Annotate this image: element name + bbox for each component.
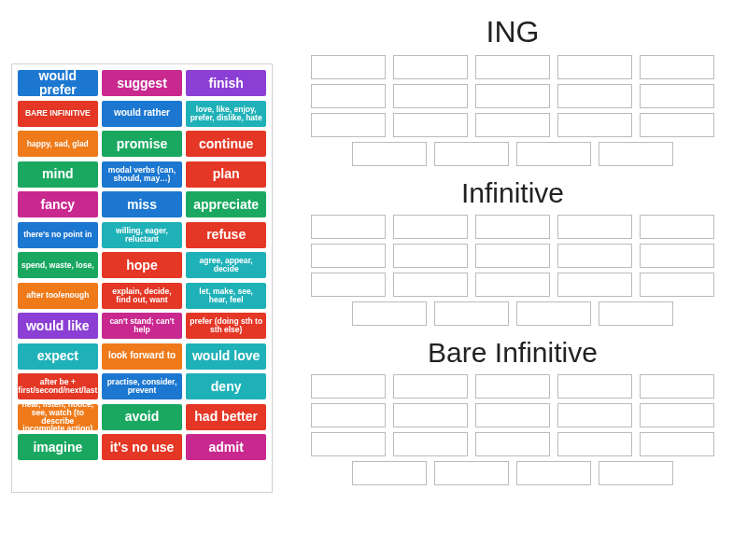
card[interactable]: had better xyxy=(186,404,266,430)
drop-slot[interactable] xyxy=(311,403,386,427)
card[interactable]: fancy xyxy=(18,191,98,217)
drop-slot[interactable] xyxy=(599,142,673,166)
card[interactable]: can't stand; can't help xyxy=(102,313,182,339)
drop-slot[interactable] xyxy=(557,403,632,427)
drop-slot[interactable] xyxy=(352,142,427,166)
card[interactable]: love, like, enjoy, prefer, dislike, hate xyxy=(186,101,266,127)
card[interactable]: mind xyxy=(18,161,98,188)
drop-slot[interactable] xyxy=(475,113,550,137)
card[interactable]: appreciate xyxy=(186,191,266,217)
card[interactable]: let, make, see, hear, feel xyxy=(186,283,266,309)
card[interactable]: spend, waste, lose, xyxy=(18,252,98,278)
drop-slot[interactable] xyxy=(640,403,714,427)
drop-slot[interactable] xyxy=(352,301,427,326)
drop-slot[interactable] xyxy=(557,244,632,268)
card[interactable]: suggest xyxy=(102,70,182,96)
drop-slot[interactable] xyxy=(475,432,550,456)
drop-slot[interactable] xyxy=(311,244,386,268)
drop-slot[interactable] xyxy=(557,55,632,79)
drop-slot[interactable] xyxy=(311,273,386,297)
drop-slot[interactable] xyxy=(557,374,632,399)
card[interactable]: admit xyxy=(186,434,266,460)
drop-slot[interactable] xyxy=(640,215,714,239)
drop-slot[interactable] xyxy=(434,301,509,326)
drop-slot[interactable] xyxy=(557,273,632,297)
drop-slot[interactable] xyxy=(640,113,714,137)
card[interactable]: after be + first/second/next/last xyxy=(18,373,98,399)
card[interactable]: continue xyxy=(186,131,266,157)
drop-slot[interactable] xyxy=(475,403,550,427)
card[interactable]: finish xyxy=(186,70,266,96)
drop-slot[interactable] xyxy=(640,374,714,399)
drop-slot[interactable] xyxy=(393,403,468,427)
card[interactable]: modal verbs (can, should, may…) xyxy=(102,161,182,188)
drop-slot[interactable] xyxy=(475,55,550,79)
card[interactable]: would rather xyxy=(102,101,182,127)
drop-slot[interactable] xyxy=(393,113,468,137)
drop-slot[interactable] xyxy=(557,432,632,456)
card[interactable]: agree, appear, decide xyxy=(186,252,266,278)
drop-slot[interactable] xyxy=(475,374,550,399)
drop-slot[interactable] xyxy=(640,84,714,108)
drop-slot[interactable] xyxy=(311,84,386,108)
drop-slot[interactable] xyxy=(311,432,386,456)
drop-slot[interactable] xyxy=(352,461,427,485)
card[interactable]: hear, listen, notice, see, watch (to des… xyxy=(18,404,98,430)
drop-slot[interactable] xyxy=(393,432,468,456)
drop-slot[interactable] xyxy=(557,113,632,137)
drop-slot[interactable] xyxy=(640,244,714,268)
drop-slot[interactable] xyxy=(599,301,673,326)
drop-slot[interactable] xyxy=(311,113,386,137)
card[interactable]: happy, sad, glad xyxy=(18,131,98,157)
drop-slot[interactable] xyxy=(475,273,550,297)
card[interactable]: miss xyxy=(102,191,182,217)
card[interactable]: deny xyxy=(186,373,266,399)
card[interactable]: it's no use xyxy=(102,434,182,460)
card[interactable]: willing, eager, reluctant xyxy=(102,222,182,248)
drop-slot[interactable] xyxy=(557,84,632,108)
drop-slot[interactable] xyxy=(516,461,591,485)
drop-slot[interactable] xyxy=(393,244,468,268)
card[interactable]: would prefer xyxy=(18,70,98,96)
drop-area: INGInfinitiveBare Infinitive xyxy=(289,19,736,493)
drop-slot[interactable] xyxy=(311,374,386,399)
card[interactable]: look forward to xyxy=(102,343,182,370)
drop-slot[interactable] xyxy=(311,55,386,79)
card[interactable]: avoid xyxy=(102,404,182,430)
card[interactable]: promise xyxy=(102,131,182,157)
drop-slot[interactable] xyxy=(516,301,591,326)
drop-slot[interactable] xyxy=(434,142,509,166)
drop-slot[interactable] xyxy=(311,215,386,239)
card[interactable]: hope xyxy=(102,252,182,278)
card[interactable]: explain, decide, find out, want xyxy=(102,283,182,309)
drop-slot[interactable] xyxy=(393,215,468,239)
drop-slot[interactable] xyxy=(393,374,468,399)
drop-slot[interactable] xyxy=(393,55,468,79)
group-title: ING xyxy=(289,15,736,49)
card[interactable]: prefer (doing sth to sth else) xyxy=(186,313,266,339)
drop-slot[interactable] xyxy=(393,273,468,297)
card[interactable]: would like xyxy=(18,313,98,339)
card[interactable]: practise, consider, prevent xyxy=(102,373,182,399)
drop-slot[interactable] xyxy=(640,55,714,79)
card[interactable]: there's no point in xyxy=(18,222,98,248)
card[interactable]: refuse xyxy=(186,222,266,248)
palette-grid: would prefersuggestfinishBARE INFINITIVE… xyxy=(18,70,266,460)
drop-slot[interactable] xyxy=(393,84,468,108)
drop-slot[interactable] xyxy=(640,432,714,456)
drop-slot[interactable] xyxy=(475,84,550,108)
group-slots xyxy=(289,55,736,166)
card[interactable]: would love xyxy=(186,343,266,370)
drop-slot[interactable] xyxy=(475,215,550,239)
drop-slot[interactable] xyxy=(434,461,509,485)
card[interactable]: plan xyxy=(186,161,266,188)
card[interactable]: after too/enough xyxy=(18,283,98,309)
drop-slot[interactable] xyxy=(640,273,714,297)
drop-slot[interactable] xyxy=(557,215,632,239)
drop-slot[interactable] xyxy=(599,461,673,485)
card[interactable]: expect xyxy=(18,343,98,370)
card[interactable]: BARE INFINITIVE xyxy=(18,101,98,127)
card[interactable]: imagine xyxy=(18,434,98,460)
drop-slot[interactable] xyxy=(516,142,591,166)
drop-slot[interactable] xyxy=(475,244,550,268)
